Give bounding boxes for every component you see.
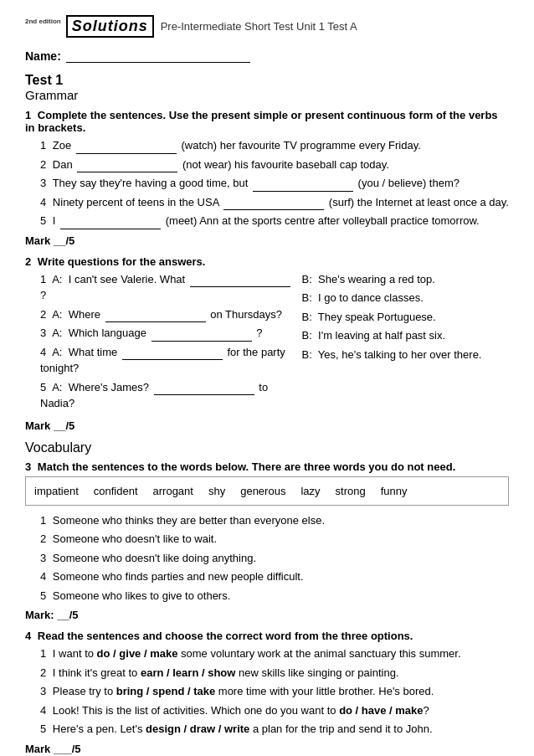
q2-mark: Mark __/5: [25, 419, 509, 432]
q1-instruction: 1 Complete the sentences. Use the presen…: [25, 109, 509, 134]
q2-a-2: 2 A: Where on Thursdays?: [40, 306, 294, 323]
q2-a-5: 5 A: Where's James? to Nadia?: [40, 379, 294, 412]
vocab-word-4: shy: [208, 481, 225, 501]
q3-instruction-text: Match the sentences to the words below. …: [38, 460, 455, 473]
q3-instruction: 3 Match the sentences to the words below…: [25, 460, 509, 473]
q2-instruction: 2 Write questions for the answers.: [25, 255, 509, 268]
q2-b-2: B: I go to dance classes.: [302, 290, 510, 306]
q2-blank-a4: [122, 359, 223, 360]
question-4-block: 4 Read the sentences and choose the corr…: [25, 630, 509, 755]
solutions-logo: Solutions: [66, 15, 154, 38]
q2-col-a: 1 A: I can't see Valerie. What ? 2 A: Wh…: [40, 271, 294, 414]
q3-sub-5: 5 Someone who likes to give to others.: [40, 588, 509, 604]
q3-sub-4: 4 Someone who finds parties and new peop…: [40, 568, 509, 585]
q2-blank-a5: [154, 394, 254, 395]
q2-blank-a1: [190, 286, 290, 287]
q1-blank-4: [223, 209, 324, 210]
q4-instruction: 4 Read the sentences and choose the corr…: [25, 630, 509, 642]
q2-b-1: B: She's wearing a red top.: [302, 271, 510, 288]
q2-a-1: 1 A: I can't see Valerie. What ?: [40, 271, 294, 304]
section-vocabulary-title: Vocabulary: [25, 440, 509, 455]
vocab-word-1: impatient: [34, 481, 79, 501]
edition-label: 2nd edition: [25, 18, 61, 25]
q2-two-col: 1 A: I can't see Valerie. What ? 2 A: Wh…: [40, 271, 509, 414]
q1-blank-5: [60, 229, 161, 229]
q1-sub-3: 3 They say they're having a good time, b…: [40, 175, 509, 192]
q1-sub-questions: 1 Zoe (watch) her favourite TV programme…: [40, 137, 509, 229]
question-2-block: 2 Write questions for the answers. 1 A: …: [25, 255, 509, 432]
test-title: Test 1: [25, 73, 509, 88]
q2-a-3: 3 A: Which language ?: [40, 325, 294, 342]
q4-sub-2: 2 I think it's great to earn / learn / s…: [40, 665, 509, 681]
q2-blank-a3: [151, 341, 252, 342]
q2-b-3: B: They speak Portuguese.: [302, 309, 510, 326]
q3-sub-3: 3 Someone who doesn't like doing anythin…: [40, 550, 509, 567]
q1-sub-4: 4 Ninety percent of teens in the USA (su…: [40, 194, 509, 211]
logo-area: 2nd edition Solutions: [25, 15, 154, 38]
q1-instruction-text: Complete the sentences. Use the present …: [25, 109, 498, 134]
name-underline: [66, 62, 250, 63]
q1-sub-2: 2 Dan (not wear) his favourite baseball …: [40, 157, 509, 173]
question-1-block: 1 Complete the sentences. Use the presen…: [25, 109, 509, 247]
q2-b-5: B: Yes, he's talking to her over there.: [302, 347, 510, 363]
vocab-words-box: impatient confident arrogant shy generou…: [25, 476, 509, 506]
q1-sub-1: 1 Zoe (watch) her favourite TV programme…: [40, 137, 509, 154]
vocab-word-8: funny: [381, 481, 408, 501]
q1-sub-5: 5 I (meet) Ann at the sports centre afte…: [40, 213, 509, 229]
vocab-word-7: strong: [336, 481, 366, 501]
q1-blank-2: [77, 172, 177, 172]
q1-blank-3: [253, 191, 353, 192]
q4-sub-1: 1 I want to do / give / make some volunt…: [40, 645, 509, 662]
q1-blank-1: [76, 153, 177, 154]
vocab-word-6: lazy: [300, 481, 320, 501]
q2-col-b: B: She's wearing a red top. B: I go to d…: [302, 271, 510, 414]
q1-mark: Mark __/5: [25, 234, 509, 247]
q2-sub-questions: 1 A: I can't see Valerie. What ? 2 A: Wh…: [40, 271, 509, 414]
vocab-word-5: generous: [240, 481, 285, 501]
q4-mark: Mark ___/5: [25, 743, 509, 755]
header-title: Pre-Intermediate Short Test Unit 1 Test …: [161, 20, 357, 33]
q3-sub-questions: 1 Someone who thinks they are better tha…: [40, 512, 509, 604]
vocab-words-list: impatient confident arrogant shy generou…: [34, 481, 500, 501]
q4-sub-5: 5 Here's a pen. Let's design / draw / wr…: [40, 721, 509, 738]
q2-instruction-text: Write questions for the answers.: [38, 255, 206, 268]
section-grammar-title: Grammar: [25, 88, 509, 102]
q3-mark: Mark: __/5: [25, 609, 509, 621]
q4-instruction-text: Read the sentences and choose the correc…: [38, 630, 413, 642]
q2-b-4: B: I'm leaving at half past six.: [302, 327, 510, 344]
q4-sub-questions: 1 I want to do / give / make some volunt…: [40, 645, 509, 738]
vocab-word-3: arrogant: [153, 481, 193, 501]
q2-blank-a2: [105, 321, 206, 322]
q4-sub-4: 4 Look! This is the list of activities. …: [40, 702, 509, 719]
q3-sub-1: 1 Someone who thinks they are better tha…: [40, 512, 509, 529]
name-field: Name:: [25, 49, 509, 63]
q3-sub-2: 2 Someone who doesn't like to wait.: [40, 531, 509, 548]
page-header: 2nd edition Solutions Pre-Intermediate S…: [25, 15, 509, 38]
question-3-block: 3 Match the sentences to the words below…: [25, 460, 509, 622]
vocab-word-2: confident: [94, 481, 138, 501]
q4-sub-3: 3 Please try to bring / spend / take mor…: [40, 683, 509, 700]
q2-a-4: 4 A: What time for the party tonight?: [40, 344, 294, 377]
